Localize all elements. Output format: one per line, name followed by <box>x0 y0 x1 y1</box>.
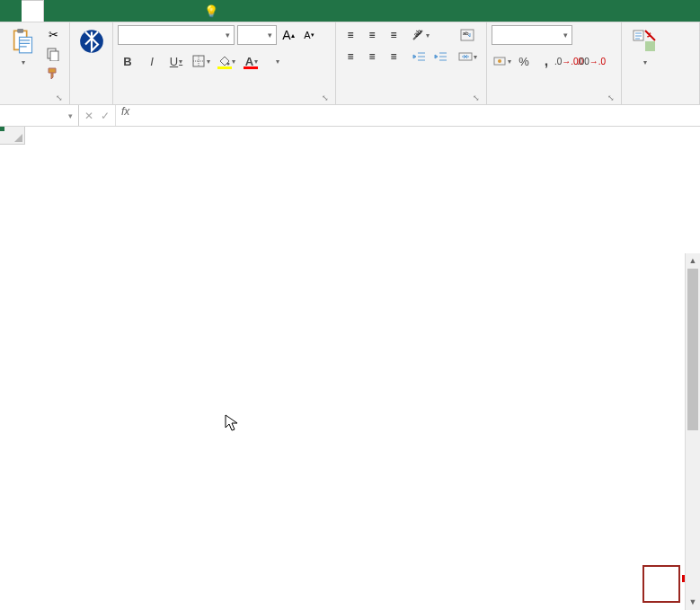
group-styles: ≠ <box>622 22 700 104</box>
alignment-label: ⤡ <box>341 101 482 104</box>
decrease-font-button[interactable]: A▾ <box>300 25 318 45</box>
tab-help[interactable] <box>173 0 195 22</box>
spreadsheet-grid: ▲ ▼ <box>0 127 700 610</box>
chevron-down-icon: ▾ <box>563 31 568 40</box>
svg-rect-4 <box>50 51 58 61</box>
chevron-down-icon: ▾ <box>268 31 272 40</box>
align-left-button[interactable]: ≡ <box>341 47 360 66</box>
border-button[interactable] <box>191 51 210 71</box>
currency-icon <box>492 54 507 68</box>
scissors-icon: ✂ <box>49 28 58 41</box>
tab-data[interactable] <box>109 0 130 22</box>
alignment-launcher[interactable]: ⤡ <box>473 93 480 102</box>
format-painter-button[interactable] <box>43 65 63 83</box>
tab-formulas[interactable] <box>87 0 109 22</box>
group-clipboard: ✂ ⤡ <box>0 22 70 104</box>
svg-rect-2 <box>20 37 32 53</box>
bulb-icon: 💡 <box>204 4 218 18</box>
font-label: ⤡ <box>118 101 331 104</box>
select-all-corner[interactable] <box>0 127 25 145</box>
cancel-formula-button[interactable]: ✕ <box>84 110 93 122</box>
number-format-select[interactable]: ▾ <box>492 25 572 45</box>
enter-formula-button[interactable]: ✓ <box>101 110 110 122</box>
svg-rect-15 <box>645 41 655 51</box>
cut-button[interactable]: ✂ <box>43 25 63 43</box>
tell-me-search[interactable]: 💡 <box>195 0 700 22</box>
copy-button[interactable] <box>43 45 63 63</box>
orientation-icon: ab <box>411 28 425 42</box>
cursor-icon <box>225 414 239 436</box>
svg-point-7 <box>226 63 229 66</box>
tab-layout[interactable] <box>66 0 87 22</box>
bold-button[interactable]: B <box>118 51 137 71</box>
svg-rect-1 <box>17 29 23 33</box>
align-center-button[interactable]: ≡ <box>362 47 382 66</box>
tab-view[interactable] <box>152 0 173 22</box>
svg-text:≠: ≠ <box>647 31 651 40</box>
scroll-thumb[interactable] <box>687 269 698 430</box>
font-name-select[interactable]: ▾ <box>118 25 235 45</box>
align-bottom-button[interactable]: ≡ <box>384 25 403 45</box>
group-alignment: ≡ ≡ ≡ ≡ ≡ ≡ ab <box>336 22 487 104</box>
svg-point-13 <box>498 59 501 63</box>
chevron-down-icon: ▾ <box>226 31 230 40</box>
border-icon <box>191 54 206 68</box>
merge-button[interactable] <box>457 47 477 66</box>
align-right-button[interactable]: ≡ <box>384 47 403 66</box>
font-launcher[interactable]: ⤡ <box>322 93 329 102</box>
tab-bar: 💡 <box>0 0 700 22</box>
scroll-down-button[interactable]: ▼ <box>686 595 700 610</box>
svg-text:ab: ab <box>412 28 423 39</box>
group-font: ▾ ▾ A▴ A▾ B I U A <box>113 22 336 104</box>
number-launcher[interactable]: ⤡ <box>607 93 615 102</box>
fx-button[interactable]: fx <box>116 105 135 126</box>
tab-review[interactable] <box>130 0 152 22</box>
increase-decimal-button[interactable]: .0→.00 <box>559 51 579 71</box>
wrap-icon: ab <box>460 28 474 42</box>
watermark-seal <box>642 565 680 603</box>
paste-icon <box>10 27 35 56</box>
group-number: ▾ % , .0→.00 .00→.0 ⤡ <box>487 22 622 104</box>
align-top-button[interactable]: ≡ <box>341 25 360 45</box>
indent-icon <box>434 49 448 64</box>
decrease-indent-button[interactable] <box>410 47 430 66</box>
currency-button[interactable] <box>492 51 511 71</box>
chevron-down-icon: ▾ <box>68 111 73 120</box>
merge-icon <box>458 49 473 64</box>
tab-file[interactable] <box>0 0 22 22</box>
font-size-select[interactable]: ▾ <box>237 25 277 45</box>
increase-font-button[interactable]: A▴ <box>279 25 297 45</box>
group-bluetooth <box>70 22 113 104</box>
watermark <box>642 565 684 603</box>
wrap-text-button[interactable]: ab <box>457 25 477 45</box>
increase-indent-button[interactable] <box>431 47 451 66</box>
bluetooth-send-button[interactable] <box>75 25 108 57</box>
brush-icon <box>46 66 60 81</box>
vertical-scrollbar[interactable]: ▲ ▼ <box>685 253 700 610</box>
conditional-format-button[interactable]: ≠ <box>626 25 662 69</box>
bluetooth-label <box>75 101 108 104</box>
number-label: ⤡ <box>492 101 616 104</box>
font-color-button[interactable]: A <box>241 51 262 71</box>
name-box[interactable]: ▾ <box>0 105 79 126</box>
align-middle-button[interactable]: ≡ <box>362 25 382 45</box>
tab-home[interactable] <box>22 0 44 22</box>
tab-insert[interactable] <box>44 0 66 22</box>
percent-button[interactable]: % <box>514 51 534 71</box>
bluetooth-icon <box>79 27 104 56</box>
copy-icon <box>46 47 60 61</box>
orientation-button[interactable]: ab <box>410 25 430 45</box>
paste-button[interactable] <box>4 25 40 69</box>
italic-button[interactable]: I <box>142 51 162 71</box>
clipboard-label: ⤡ <box>4 101 65 104</box>
scroll-up-button[interactable]: ▲ <box>686 253 700 269</box>
formula-bar: ▾ ✕ ✓ fx <box>0 105 700 127</box>
phonetic-button[interactable] <box>267 51 287 71</box>
fill-color-button[interactable] <box>215 51 236 71</box>
comma-button[interactable]: , <box>536 51 556 71</box>
formula-input[interactable] <box>135 105 700 126</box>
decrease-decimal-button[interactable]: .00→.0 <box>581 51 601 71</box>
underline-button[interactable]: U <box>166 51 186 71</box>
conditional-format-icon: ≠ <box>632 27 657 56</box>
clipboard-launcher[interactable]: ⤡ <box>56 93 63 102</box>
